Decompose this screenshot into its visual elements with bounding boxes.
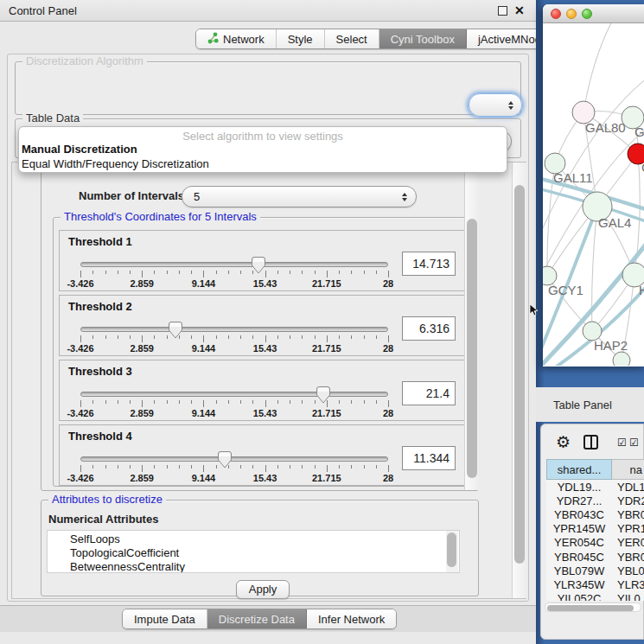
network-node-label: GA — [634, 124, 644, 139]
list-item[interactable]: BetweennessCentrality — [70, 560, 459, 573]
dropdown-item-manual-discretization[interactable]: Manual Discretization — [19, 142, 507, 156]
threshold-value-field[interactable]: 14.713 — [402, 252, 456, 276]
tab-discretize-data[interactable]: Discretize Data — [207, 609, 307, 628]
column-header-name[interactable]: na — [612, 459, 644, 480]
float-window-icon[interactable] — [498, 6, 507, 16]
table-row[interactable]: YPR145WYPR1 — [546, 522, 644, 536]
checkbox-icon[interactable]: ☑ — [629, 437, 639, 449]
dropdown-placeholder-item[interactable]: Select algorithm to view settings — [19, 127, 507, 142]
top-tab-bar: Network Style Select Cyni Toolbox jActiv… — [195, 29, 574, 49]
tab-cyni-toolbox[interactable]: Cyni Toolbox — [379, 29, 467, 48]
algorithm-combobox[interactable] — [469, 93, 522, 117]
settings-scrollpane: Interval Definition Number of Intervals … — [11, 162, 526, 599]
slider-track[interactable] — [80, 392, 388, 397]
network-node-label: GAL4 — [598, 215, 631, 230]
threshold-4-slider[interactable]: -3.4262.8599.14415.4321.71528 — [80, 451, 388, 484]
slider-tick-labels: -3.4262.8599.14415.4321.71528 — [80, 473, 388, 483]
table-header-row: shared... na — [546, 459, 644, 480]
discretization-algorithm-group: Discretization Algorithm — [15, 61, 521, 115]
desktop-area: GAL80GACGAL11GAL4GCY1HHAP2 Table Panel ⚙… — [536, 0, 644, 644]
interval-definition-group: Interval Definition Number of Intervals … — [41, 169, 479, 491]
table-row[interactable]: YBR043CYBR0 — [546, 507, 644, 521]
network-svg: GAL80GACGAL11GAL4GCY1HHAP2 — [543, 23, 644, 366]
numerical-attributes-list[interactable]: SelfLoops TopologicalCoefficient Between… — [47, 530, 460, 573]
cyni-toolbox-pane: Discretization Algorithm Table Data galF… — [7, 54, 529, 602]
list-item[interactable]: SelfLoops — [70, 532, 459, 546]
columns-icon[interactable] — [583, 435, 598, 450]
list-scrollbar[interactable] — [446, 531, 458, 572]
slider-ticks — [80, 271, 388, 278]
group-label: Discretization Algorithm — [22, 54, 147, 67]
checkbox-icon[interactable]: ☑ — [617, 437, 627, 449]
table-row[interactable]: YIL052CYIL0 — [546, 592, 644, 602]
threshold-label: Threshold 3 — [68, 365, 132, 378]
slider-thumb[interactable] — [169, 322, 182, 339]
threshold-label: Threshold 4 — [68, 430, 132, 443]
threshold-label: Threshold 2 — [68, 300, 132, 313]
table-row[interactable]: YBR045CYBR0 — [546, 550, 644, 564]
slider-tick-labels: -3.4262.8599.14415.4321.71528 — [80, 408, 388, 418]
threshold-2-row: Threshold 2 -3.4262.8599.14415.4321.7152… — [59, 295, 465, 356]
slider-track[interactable] — [80, 456, 388, 462]
minimize-traffic-light-icon[interactable] — [566, 9, 577, 19]
table-row[interactable]: YDL19...YDL1 — [546, 480, 644, 494]
network-icon — [207, 32, 219, 47]
gear-icon[interactable]: ⚙ — [556, 432, 571, 452]
network-nodes: GAL80GACGAL11GAL4GCY1HHAP2 — [543, 101, 644, 366]
table-panel-header: Table Panel — [536, 387, 644, 422]
network-canvas[interactable]: GAL80GACGAL11GAL4GCY1HHAP2 — [543, 23, 644, 366]
horizontal-scrollbar[interactable] — [545, 603, 641, 612]
slider-ticks — [80, 465, 388, 473]
threshold-1-slider[interactable]: -3.4262.8599.14415.4321.71528 — [80, 257, 388, 290]
tab-style[interactable]: Style — [277, 29, 325, 48]
tab-label: Cyni Toolbox — [391, 33, 455, 46]
list-item[interactable]: TopologicalCoefficient — [70, 546, 459, 560]
tab-network[interactable]: Network — [196, 29, 277, 48]
close-traffic-light-icon[interactable] — [551, 9, 561, 19]
mouse-cursor — [529, 303, 539, 319]
node-table[interactable]: shared... na YDL19...YDL1 YDR27...YDR2 Y… — [546, 459, 644, 601]
threshold-value-field[interactable]: 21.4 — [402, 381, 456, 405]
group-label: Attributes to discretize — [48, 493, 166, 506]
threshold-3-slider[interactable]: -3.4262.8599.14415.4321.71528 — [80, 386, 388, 419]
slider-ticks — [80, 400, 388, 408]
panel-title: Control Panel — [9, 4, 77, 17]
slider-track[interactable] — [80, 262, 388, 267]
network-window-titlebar[interactable] — [543, 4, 644, 23]
slider-thumb[interactable] — [316, 386, 330, 404]
tab-impute-data[interactable]: Impute Data — [123, 609, 207, 628]
slider-thumb[interactable] — [218, 451, 232, 469]
thresholds-group: Threshold's Coordinates for 5 Intervals … — [53, 217, 469, 487]
column-header-shared-name[interactable]: shared... — [546, 459, 612, 480]
group-label: Threshold's Coordinates for 5 Intervals — [61, 210, 260, 223]
tab-infer-network[interactable]: Infer Network — [307, 609, 396, 628]
inner-scrollbar[interactable] — [464, 172, 479, 490]
close-icon[interactable]: ✕ — [514, 3, 525, 17]
network-node-label: HAP2 — [594, 338, 628, 353]
apply-button[interactable]: Apply — [236, 580, 290, 599]
table-row[interactable]: YBL079WYBL0 — [546, 564, 644, 577]
slider-thumb[interactable] — [252, 257, 265, 274]
tab-select[interactable]: Select — [325, 29, 379, 48]
control-panel-titlebar: Control Panel ✕ — [0, 0, 536, 22]
network-node[interactable] — [613, 352, 630, 366]
table-row[interactable]: YDR27...YDR2 — [546, 494, 644, 507]
table-row[interactable]: YER054CYER0 — [546, 536, 644, 550]
threshold-2-slider[interactable]: -3.4262.8599.14415.4321.71528 — [80, 322, 388, 354]
zoom-traffic-light-icon[interactable] — [582, 9, 592, 19]
dropdown-item-equal-width[interactable]: Equal Width/Frequency Discretization — [19, 156, 507, 171]
threshold-3-row: Threshold 3 -3.4262.8599.14415.4321.7152… — [59, 360, 465, 421]
table-row[interactable]: YLR345WYLR3 — [546, 577, 644, 591]
tab-label: Impute Data — [134, 613, 195, 626]
threshold-4-row: Threshold 4 -3.4262.8599.14415.4321.7152… — [59, 424, 465, 486]
slider-track[interactable] — [80, 327, 388, 332]
slider-tick-labels: -3.4262.8599.14415.4321.71528 — [80, 343, 388, 354]
threshold-value-field[interactable]: 11.344 — [402, 446, 456, 470]
bottom-tab-bar: Impute Data Discretize Data Infer Networ… — [122, 609, 397, 629]
tab-label: Style — [288, 33, 313, 46]
number-of-intervals-combobox[interactable]: 5 — [182, 186, 417, 207]
combobox-value: 5 — [194, 190, 402, 203]
outer-scrollbar[interactable] — [512, 163, 526, 598]
network-node-label: H — [639, 283, 644, 297]
threshold-value-field[interactable]: 6.316 — [402, 316, 456, 341]
